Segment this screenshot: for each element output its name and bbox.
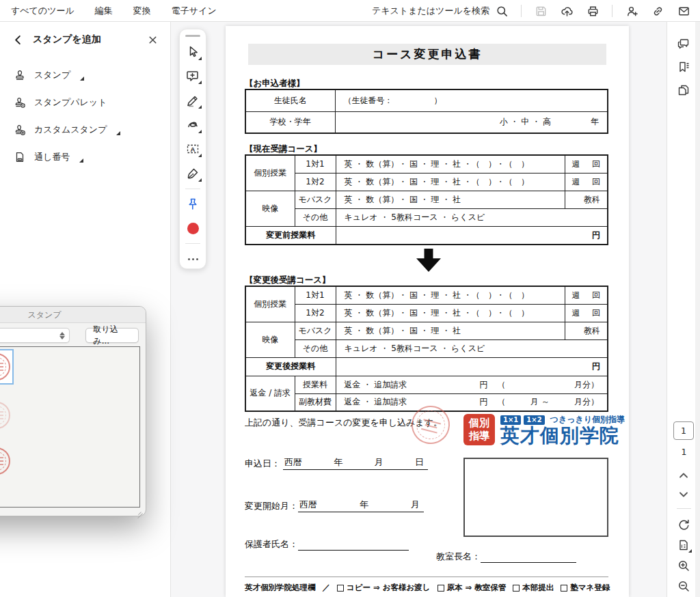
rotate-icon bbox=[677, 518, 690, 531]
table-cell: 映像 bbox=[245, 322, 295, 357]
add-user-icon[interactable] bbox=[625, 4, 638, 18]
hanko-stamp-icon bbox=[0, 447, 10, 475]
search-button[interactable]: テキストまたはツールを検索 bbox=[372, 4, 509, 18]
table-cell: 教科 bbox=[565, 191, 608, 208]
top-menubar: すべてのツール 編集 変換 電子サイン テキストまたはツールを検索 bbox=[0, 0, 700, 22]
panel-item-bates-numbering[interactable]: 通し番号 bbox=[0, 143, 170, 171]
zoom-in-button[interactable] bbox=[674, 556, 693, 575]
zoom-in-icon bbox=[677, 559, 690, 572]
stamp-thumbnail[interactable] bbox=[0, 443, 14, 479]
more-options-icon bbox=[188, 258, 198, 260]
table-cell: 1対2 bbox=[295, 173, 336, 191]
table-cell: 円 bbox=[336, 226, 608, 245]
stamp-category-select[interactable] bbox=[0, 328, 70, 343]
email-icon[interactable] bbox=[677, 4, 690, 18]
table-cell: 変更前授業料 bbox=[245, 226, 336, 245]
panel-title: スタンプを追加 bbox=[33, 33, 146, 46]
checkbox-icon bbox=[438, 585, 444, 592]
panel-item-label: 通し番号 bbox=[34, 151, 70, 163]
footer-label: 英才個別学院処理欄 bbox=[245, 583, 316, 593]
share-upload-icon[interactable] bbox=[560, 4, 574, 18]
panel-item-stamp[interactable]: スタンプ bbox=[0, 61, 170, 89]
custom-stamp-icon bbox=[14, 124, 26, 136]
table-cell: 返金 / 請求 bbox=[245, 376, 295, 411]
guardian-label: 保護者氏名： bbox=[245, 538, 298, 551]
highlight-pen-tool-button[interactable] bbox=[183, 91, 202, 110]
table-cell: 学校・学年 bbox=[245, 111, 335, 133]
more-tools-button[interactable] bbox=[183, 249, 202, 268]
red-stamp-dot-icon bbox=[187, 223, 199, 234]
stamp-window-title: スタンプ bbox=[27, 310, 61, 320]
current-stamp-button[interactable] bbox=[183, 219, 202, 238]
sidebar-divider bbox=[677, 508, 691, 509]
back-chevron-icon[interactable] bbox=[11, 33, 25, 46]
menu-all-tools[interactable]: すべてのツール bbox=[11, 5, 75, 17]
hanko-stamp-icon bbox=[0, 353, 10, 380]
manager-label: 教室長名： bbox=[436, 551, 481, 563]
new-course-table: 個別授業 1対1 英 ・ 数（算）・ 国 ・ 理 ・ 社 ・（ ）・（ ） 週回… bbox=[245, 286, 608, 412]
stamp-window-titlebar[interactable]: スタンプ bbox=[0, 307, 146, 323]
zoom-out-button[interactable] bbox=[674, 577, 693, 596]
page-thumbnails-button[interactable] bbox=[674, 81, 693, 100]
footer-item: 塾マネ登録 bbox=[570, 583, 610, 593]
next-page-button[interactable] bbox=[674, 485, 693, 504]
manager-name-row: 教室長名： bbox=[436, 551, 576, 563]
page-fit-button[interactable] bbox=[674, 536, 693, 555]
zoom-out-icon bbox=[677, 579, 690, 593]
save-icon[interactable] bbox=[534, 4, 548, 18]
search-label: テキストまたはツールを検索 bbox=[372, 5, 489, 17]
current-course-table: 個別授業 1対1 英 ・ 数（算）・ 国 ・ 理 ・ 社 ・（ ）・（ ） 週回… bbox=[245, 154, 608, 245]
link-icon[interactable] bbox=[651, 4, 664, 18]
toolbar-drag-handle[interactable] bbox=[185, 35, 200, 37]
add-text-tool-button[interactable]: A bbox=[183, 140, 202, 159]
stamp-thumbnail-selected[interactable] bbox=[0, 349, 14, 385]
comments-panel-button[interactable] bbox=[674, 34, 693, 53]
checkbox-icon bbox=[561, 585, 567, 592]
table-cell: 授業料 bbox=[295, 376, 336, 393]
logo-chip-1x2: 1×2 bbox=[524, 415, 544, 425]
stamp-thumbnail[interactable] bbox=[0, 398, 14, 433]
logo-chip-1x1: 1×1 bbox=[500, 415, 521, 425]
add-comment-tool-button[interactable] bbox=[183, 67, 202, 86]
footer-item: 原本 ⇒ 教室保管 bbox=[447, 583, 507, 593]
signature-tool-button[interactable] bbox=[183, 164, 202, 183]
footer-item: 本部提出 bbox=[522, 583, 554, 593]
import-button-label: 取り込み... bbox=[93, 324, 131, 347]
draw-tool-button[interactable] bbox=[183, 115, 202, 135]
table-cell: 週回 bbox=[565, 173, 608, 191]
bookmarks-panel-button[interactable] bbox=[674, 57, 693, 77]
window-resize-grip[interactable] bbox=[136, 507, 143, 514]
menu-esign[interactable]: 電子サイン bbox=[172, 5, 217, 17]
table-cell: 英 ・ 数（算）・ 国 ・ 理 ・ 社 bbox=[336, 322, 565, 339]
select-tool-button[interactable] bbox=[183, 42, 202, 61]
previous-page-button[interactable] bbox=[674, 466, 693, 485]
table-cell: 個別授業 bbox=[245, 155, 295, 191]
rotate-page-button[interactable] bbox=[674, 515, 693, 534]
table-cell: 生徒氏名 bbox=[245, 89, 335, 111]
panel-item-custom-stamp[interactable]: カスタムスタンプ bbox=[0, 116, 170, 143]
panel-item-stamp-palette[interactable]: スタンプパレット bbox=[0, 89, 170, 116]
office-stamp-box bbox=[463, 458, 608, 537]
table-cell: 週回 bbox=[565, 155, 608, 173]
print-icon[interactable] bbox=[586, 4, 600, 18]
stamp-list bbox=[0, 346, 140, 508]
processing-footer: 英才個別学院処理欄 ／ コピー ⇒ お客様お渡し 原本 ⇒ 教室保管 本部提出 … bbox=[245, 583, 610, 593]
table-cell: 1対1 bbox=[295, 286, 336, 304]
page-number-input[interactable]: 1 bbox=[673, 421, 694, 440]
window-scrollbar-track[interactable] bbox=[695, 22, 700, 597]
stamp-icon bbox=[14, 69, 26, 81]
import-stamp-button[interactable]: 取り込み... bbox=[85, 328, 139, 343]
submenu-caret-icon bbox=[80, 77, 84, 81]
table-cell: 週回 bbox=[565, 286, 608, 304]
menu-edit[interactable]: 編集 bbox=[95, 5, 113, 17]
pages-icon bbox=[677, 83, 690, 97]
applicant-table: 生徒氏名 （生徒番号： ） 学校・学年 小 ・ 中 ・ 高 年 bbox=[245, 89, 608, 134]
menu-convert[interactable]: 変換 bbox=[133, 5, 151, 17]
section-applicant: 【お申込者様】 bbox=[245, 78, 305, 89]
document-viewer: コース変更申込書 【お申込者様】 生徒氏名 （生徒番号： ） 学校・学年 小 ・… bbox=[171, 22, 667, 597]
logo-badge: 個別指導 bbox=[463, 414, 495, 445]
table-cell: （生徒番号： ） bbox=[335, 89, 608, 111]
close-panel-icon[interactable] bbox=[146, 33, 159, 46]
pin-tool-button[interactable] bbox=[183, 195, 202, 214]
checkbox-icon bbox=[337, 585, 344, 592]
